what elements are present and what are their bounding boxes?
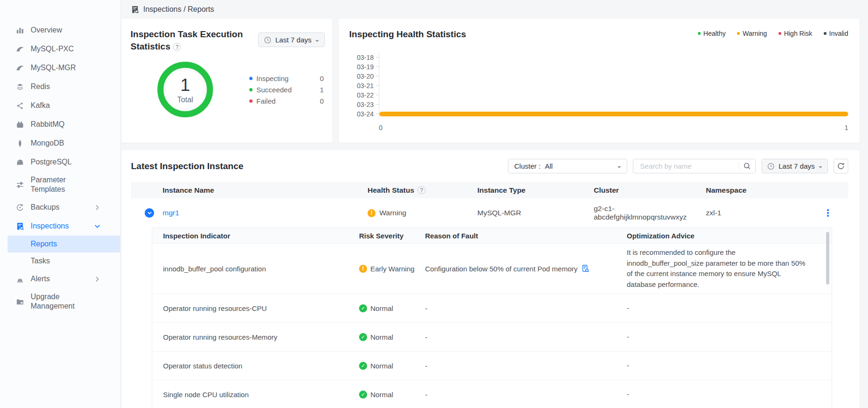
detail-table-scrollbar[interactable] bbox=[826, 232, 829, 285]
latest-inspection-title: Latest Inspection Instance bbox=[131, 160, 244, 172]
help-icon[interactable] bbox=[418, 186, 426, 194]
sidebar-item-postgresql[interactable]: PostgreSQL bbox=[0, 153, 120, 171]
health-stats-header: Inspecting Health Statistics HealthyWarn… bbox=[349, 28, 848, 41]
detail-row-operator-status-detection: Operator status detectionNormal-- bbox=[152, 351, 832, 380]
search-icon[interactable] bbox=[743, 162, 751, 170]
legend-label: Invalid bbox=[829, 30, 848, 37]
chart-row: 03-19 bbox=[349, 62, 848, 72]
legend-label: Healthy bbox=[704, 30, 726, 37]
chart-row: 03-18 bbox=[349, 53, 848, 62]
instances-table: Instance NameHealth StatusInstance TypeC… bbox=[131, 182, 848, 408]
detail-table-body: innodb_buffer_pool configurationEarly Wa… bbox=[152, 244, 832, 408]
donut-total-label: Total bbox=[177, 96, 193, 104]
report-document-icon[interactable] bbox=[581, 265, 590, 273]
sidebar-item-overview[interactable]: Overview bbox=[0, 21, 120, 40]
table-range-label: Last 7 days bbox=[778, 162, 815, 170]
instance-row[interactable]: mgr1 Warning MySQL-MGR g2-c1-abcdefghijk… bbox=[131, 198, 848, 228]
chart-track bbox=[379, 109, 848, 119]
advice-cell: It is recommended to configure the innod… bbox=[627, 244, 832, 294]
clock-icon bbox=[264, 36, 271, 44]
table-range-dropdown[interactable]: Last 7 days bbox=[762, 159, 828, 173]
table-filters: Cluster : All bbox=[508, 159, 848, 173]
instance-cluster-cell: g2-c1-abcdefghijklmnopqrstuvwxyz bbox=[594, 204, 706, 221]
sidebar-item-parameter-templates[interactable]: Parameter Templates bbox=[0, 171, 120, 198]
search-divider bbox=[739, 162, 739, 170]
instance-name-link[interactable]: mgr1 bbox=[163, 209, 179, 217]
warning-badge-icon bbox=[368, 209, 376, 217]
task-legend-item: Succeeded1 bbox=[249, 84, 324, 95]
column-header-instance-name: Instance Name bbox=[131, 186, 368, 195]
indicator-cell: Single node CPU utilization bbox=[152, 391, 359, 399]
chart-row: 03-24 bbox=[349, 109, 848, 119]
indicator-cell: innodb_buffer_pool configuration bbox=[152, 265, 359, 273]
instance-health-status: Warning bbox=[379, 209, 406, 217]
sidebar-item-mysql-pxc[interactable]: MySQL-PXC bbox=[0, 40, 120, 58]
sidebar-item-mongodb[interactable]: MongoDB bbox=[0, 134, 120, 153]
chart-bar-warning bbox=[379, 112, 848, 116]
column-header-inspection-indicator: Inspection Indicator bbox=[152, 232, 359, 240]
health-legend-item: Healthy bbox=[698, 30, 726, 37]
advice-cell: - bbox=[627, 299, 832, 318]
sidebar-item-label: PostgreSQL bbox=[31, 157, 72, 167]
rabbitmq-icon bbox=[16, 120, 24, 129]
search-box bbox=[633, 159, 756, 173]
sidebar-item-label: Reports bbox=[31, 240, 57, 248]
sidebar-item-reports[interactable]: Reports bbox=[8, 236, 120, 253]
top-cards-row: Inspection Task Execution Statistics Las… bbox=[122, 19, 860, 143]
help-icon[interactable] bbox=[173, 43, 181, 51]
y-axis-tick-label: 03-21 bbox=[349, 82, 374, 90]
legend-dot-icon bbox=[737, 32, 740, 35]
sidebar-item-mysql-mgr[interactable]: MySQL-MGR bbox=[0, 58, 120, 77]
task-legend: Inspecting0Succeeded1Failed0 bbox=[249, 73, 324, 106]
sidebar-item-label: Upgrade Management bbox=[31, 292, 83, 311]
latest-inspection-card: Latest Inspection Instance Cluster : All bbox=[122, 150, 860, 408]
chart-row: 03-21 bbox=[349, 81, 848, 90]
chevron-down-icon bbox=[617, 166, 621, 170]
detail-table-header: Inspection IndicatorRisk SeverityReason … bbox=[152, 228, 832, 244]
check-badge-icon bbox=[359, 333, 367, 341]
sidebar-item-redis[interactable]: Redis bbox=[0, 77, 120, 96]
detail-row-operator-running-resources-memory: Operator running resources-MemoryNormal-… bbox=[152, 323, 832, 351]
health-legend-item: Invalid bbox=[824, 30, 848, 37]
chart-row: 03-22 bbox=[349, 90, 848, 100]
health-legend: HealthyWarningHigh RiskInvalid bbox=[698, 30, 848, 37]
legend-label: Failed bbox=[256, 97, 276, 105]
sidebar-item-rabbitmq[interactable]: RabbitMQ bbox=[0, 115, 120, 134]
indicator-cell: Operator running resources-CPU bbox=[152, 304, 359, 312]
detail-row-innodb-buffer-pool-configuration: innodb_buffer_pool configurationEarly Wa… bbox=[152, 244, 832, 294]
sidebar-item-label: Redis bbox=[31, 82, 50, 91]
sidebar-item-inspections[interactable]: Inspections bbox=[0, 217, 120, 236]
task-donut-chart: 1 Total bbox=[157, 62, 213, 117]
overview-icon bbox=[16, 26, 24, 34]
backups-icon bbox=[16, 203, 24, 212]
sidebar-item-label: Overview bbox=[31, 25, 62, 35]
sidebar-item-alerts[interactable]: Alerts bbox=[0, 269, 120, 288]
sidebar-item-tasks[interactable]: Tasks bbox=[0, 253, 120, 269]
sidebar-item-label: Tasks bbox=[31, 257, 50, 265]
detail-row-single-node-cpu-utilization: Single node CPU utilizationNormal-- bbox=[152, 380, 832, 408]
search-input[interactable] bbox=[639, 162, 737, 171]
cluster-filter-dropdown[interactable]: Cluster : All bbox=[508, 159, 627, 173]
warning-badge-icon bbox=[359, 265, 367, 273]
sidebar-item-backups[interactable]: Backups bbox=[0, 198, 120, 217]
sidebar: OverviewMySQL-PXCMySQL-MGRRedisKafkaRabb… bbox=[0, 0, 121, 408]
column-header-risk-severity: Risk Severity bbox=[359, 232, 425, 240]
app-root: OverviewMySQL-PXCMySQL-MGRRedisKafkaRabb… bbox=[0, 0, 868, 408]
legend-dot-icon bbox=[698, 32, 701, 35]
donut-total-value: 1 bbox=[180, 75, 190, 95]
detail-row-operator-running-resources-cpu: Operator running resources-CPUNormal-- bbox=[152, 294, 832, 323]
check-badge-icon bbox=[359, 304, 367, 312]
refresh-button[interactable] bbox=[834, 159, 848, 173]
task-range-dropdown[interactable]: Last 7 days bbox=[258, 33, 325, 47]
sidebar-item-upgrade-management[interactable]: Upgrade Management bbox=[0, 288, 120, 315]
task-range-label: Last 7 days bbox=[275, 36, 311, 44]
inspections-icon bbox=[16, 222, 24, 230]
sidebar-item-kafka[interactable]: Kafka bbox=[0, 96, 120, 115]
legend-value: 0 bbox=[320, 97, 324, 105]
task-stats-header: Inspection Task Execution Statistics Las… bbox=[131, 28, 325, 52]
breadcrumb-path: Inspections / Reports bbox=[143, 5, 214, 14]
x-axis-tick-label: 1 bbox=[844, 124, 848, 131]
collapse-row-toggle[interactable] bbox=[145, 208, 154, 218]
row-actions-menu[interactable] bbox=[826, 208, 830, 218]
sidebar-item-label: RabbitMQ bbox=[31, 120, 65, 129]
